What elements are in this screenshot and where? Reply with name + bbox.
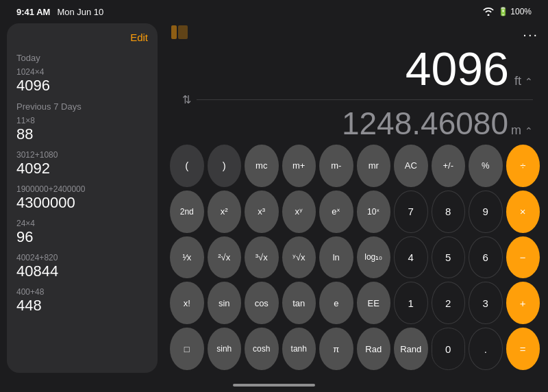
history-item[interactable]: 1024×44096	[16, 67, 148, 95]
sidebar-toggle-icon[interactable]	[171, 25, 188, 43]
history-expr: 3012+1080	[16, 150, 148, 160]
calc-btn-e-[interactable]: eˣ	[319, 191, 353, 233]
history-result: 4300000	[16, 194, 148, 212]
calc-btn-log--[interactable]: log₁₀	[357, 236, 391, 279]
calc-btn-x-[interactable]: x!	[170, 282, 204, 324]
calc-btn--[interactable]: =	[506, 328, 540, 370]
calc-btn-x-[interactable]: xʸ	[282, 191, 316, 233]
edit-button[interactable]: Edit	[130, 32, 148, 43]
calc-btn--[interactable]: □	[170, 328, 204, 370]
calc-btn-2nd[interactable]: 2nd	[170, 191, 204, 233]
section-label: Today	[16, 53, 148, 63]
calc-btn-2[interactable]: 2	[432, 282, 466, 324]
history-item[interactable]: 400+48448	[16, 287, 148, 315]
divider-line	[197, 99, 533, 100]
calc-btn-tan[interactable]: tan	[282, 282, 316, 324]
calc-btn---x[interactable]: ʸ√x	[282, 236, 316, 279]
history-expr: 1024×4	[16, 67, 148, 77]
status-time: 9:41 AM	[16, 7, 50, 17]
calc-btn-sin[interactable]: sin	[208, 282, 242, 324]
status-date: Mon Jun 10	[57, 7, 103, 17]
calc-btn--[interactable]: −	[506, 236, 540, 279]
convert-icon: ⇅	[182, 93, 191, 106]
history-result: 40844	[16, 262, 148, 280]
calc-btn-1[interactable]: 1	[394, 282, 428, 324]
calc-btn--[interactable]: ×	[506, 191, 540, 233]
history-expr: 1900000+2400000	[16, 184, 148, 194]
sidebar: Edit Today1024×44096Previous 7 Days11×88…	[7, 23, 158, 373]
calc-btn---x[interactable]: ²√x	[208, 236, 242, 279]
calc-btn--[interactable]: π	[319, 328, 353, 370]
calc-btn-x-[interactable]: x³	[245, 191, 279, 233]
sidebar-content: Today1024×44096Previous 7 Days11×8883012…	[16, 50, 148, 321]
calc-btn----[interactable]: +/-	[432, 145, 466, 187]
calc-btn-mc[interactable]: mc	[245, 145, 279, 187]
unit-chevron[interactable]: ⌃	[525, 76, 533, 87]
history-result: 448	[16, 297, 148, 315]
svg-rect-1	[178, 25, 188, 39]
calc-btn-5[interactable]: 5	[432, 236, 466, 279]
calc-btn-Rand[interactable]: Rand	[394, 328, 428, 370]
calc-btn---x[interactable]: ¹∕x	[170, 236, 204, 279]
calc-btn--[interactable]: (	[170, 145, 204, 187]
calc-btn-10-[interactable]: 10ˣ	[357, 191, 391, 233]
history-expr: 24×4	[16, 219, 148, 228]
calc-btn--[interactable]: .	[469, 328, 503, 370]
svg-rect-0	[171, 25, 177, 39]
calc-btn-mr[interactable]: mr	[357, 145, 391, 187]
home-indicator	[0, 378, 548, 392]
calc-btn-0[interactable]: 0	[432, 328, 466, 370]
calc-btn-m-[interactable]: m-	[319, 145, 353, 187]
calc-btn-6[interactable]: 6	[469, 236, 503, 279]
calc-btn-EE[interactable]: EE	[357, 282, 391, 324]
secondary-unit: m ⌃	[511, 123, 533, 138]
calc-btn-4[interactable]: 4	[394, 236, 428, 279]
calc-btn-x-[interactable]: x²	[208, 191, 242, 233]
history-expr: 40024+820	[16, 253, 148, 262]
calc-btn-cos[interactable]: cos	[245, 282, 279, 324]
history-expr: 400+48	[16, 287, 148, 297]
calc-btn-sinh[interactable]: sinh	[208, 328, 242, 370]
calc-btn---x[interactable]: ³√x	[245, 236, 279, 279]
history-item[interactable]: 3012+10804092	[16, 150, 148, 177]
primary-number: 4096	[406, 45, 509, 92]
main-content: Edit Today1024×44096Previous 7 Days11×88…	[0, 21, 548, 378]
calc-btn-9[interactable]: 9	[469, 191, 503, 233]
calculator-area: ··· 4096 ft ⌃ ⇅ 1248.46080 m ⌃	[162, 21, 548, 378]
history-item[interactable]: 40024+82040844	[16, 253, 148, 280]
calc-btn-AC[interactable]: AC	[394, 145, 428, 187]
history-result: 4092	[16, 160, 148, 177]
calc-btn--[interactable]: +	[506, 282, 540, 324]
history-item[interactable]: 1900000+24000004300000	[16, 184, 148, 212]
calc-btn-3[interactable]: 3	[469, 282, 503, 324]
status-bar: 9:41 AM Mon Jun 10 🔋 100%	[0, 0, 548, 21]
calc-btn-tanh[interactable]: tanh	[282, 328, 316, 370]
home-bar	[233, 384, 315, 387]
button-grid: ()mcm+m-mrAC+/-%÷2ndx²x³xʸeˣ10ˣ789×¹∕x²√…	[166, 142, 544, 373]
calc-btn-7[interactable]: 7	[394, 191, 428, 233]
calc-btn--[interactable]: )	[208, 145, 242, 187]
history-item[interactable]: 24×496	[16, 219, 148, 246]
calc-btn--[interactable]: ÷	[506, 145, 540, 187]
calc-btn-8[interactable]: 8	[432, 191, 466, 233]
history-item[interactable]: 11×888	[16, 116, 148, 143]
dots-menu[interactable]: ···	[523, 27, 538, 42]
secondary-unit-chevron[interactable]: ⌃	[525, 125, 533, 136]
convert-icon-row: ⇅	[177, 93, 533, 106]
primary-unit: ft ⌃	[514, 74, 533, 88]
calc-top-bar: ···	[166, 21, 544, 45]
secondary-display: 1248.46080 m ⌃	[342, 108, 533, 139]
display: 4096 ft ⌃ ⇅ 1248.46080 m ⌃	[166, 45, 544, 142]
calc-btn-m-[interactable]: m+	[282, 145, 316, 187]
calc-btn-Rad[interactable]: Rad	[357, 328, 391, 370]
secondary-number: 1248.46080	[342, 108, 508, 139]
history-result: 4096	[16, 77, 148, 95]
history-result: 88	[16, 125, 148, 143]
calc-btn-cosh[interactable]: cosh	[245, 328, 279, 370]
sidebar-header: Edit	[16, 32, 148, 43]
calc-btn-e[interactable]: e	[319, 282, 353, 324]
calc-btn--[interactable]: %	[469, 145, 503, 187]
primary-display: 4096 ft ⌃	[406, 45, 533, 92]
calc-btn-ln[interactable]: ln	[319, 236, 353, 279]
section-label: Previous 7 Days	[16, 101, 148, 112]
